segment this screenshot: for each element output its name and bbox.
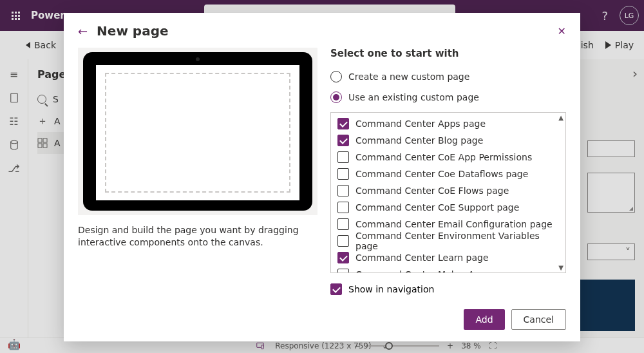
checkbox-icon <box>337 151 349 163</box>
show-in-navigation-checkbox[interactable]: Show in navigation <box>330 283 566 295</box>
list-item[interactable]: Command Center CoE Flows page <box>331 182 565 199</box>
radio-icon <box>330 91 342 103</box>
checkbox-icon <box>337 218 349 230</box>
checkbox-icon <box>337 252 349 263</box>
list-item[interactable]: Command Center Apps page <box>331 115 565 132</box>
list-item[interactable]: Command Center Maker Apps <box>331 266 565 272</box>
radio-create-new[interactable]: Create a new custom page <box>330 71 566 82</box>
radio-icon <box>330 71 342 82</box>
list-scroll-area[interactable]: Command Center Apps pageCommand Center B… <box>331 113 565 272</box>
list-item[interactable]: Command Center Coe Dataflows page <box>331 166 565 182</box>
page-preview <box>78 48 317 215</box>
list-item[interactable]: Command Center Blog page <box>331 132 565 149</box>
list-item-label: Command Center Coe Dataflows page <box>355 169 528 179</box>
list-item-label: Command Center CoE Flows page <box>355 186 509 196</box>
close-icon[interactable]: ✕ <box>558 25 566 37</box>
checkbox-icon <box>330 283 342 295</box>
checkbox-icon <box>337 235 349 247</box>
list-item-label: Command Center Maker Apps <box>355 269 491 272</box>
list-item[interactable]: Command Center Learn page <box>331 249 565 266</box>
cancel-button[interactable]: Cancel <box>511 309 566 330</box>
existing-pages-list: ▲ Command Center Apps pageCommand Center… <box>330 112 566 273</box>
checkbox-icon <box>337 135 349 146</box>
radio-use-existing[interactable]: Use an existing custom page <box>330 91 566 103</box>
checkbox-icon <box>337 185 349 196</box>
list-item[interactable]: Command Center CoE Support page <box>331 199 565 216</box>
checkbox-icon <box>337 269 349 272</box>
list-item-label: Command Center Email Configuration page <box>355 219 553 229</box>
new-page-dialog: ← New page ✕ Design and build the page y… <box>64 13 580 341</box>
list-item-label: Command Center CoE Support page <box>355 202 519 213</box>
dialog-title: New page <box>97 23 168 39</box>
list-item-label: Command Center Blog page <box>355 135 483 146</box>
show-in-navigation-label: Show in navigation <box>348 284 434 294</box>
checkbox-icon <box>337 168 349 180</box>
list-item[interactable]: Command Center CoE App Permissions <box>331 149 565 166</box>
checkbox-icon <box>337 118 349 129</box>
dialog-back-icon[interactable]: ← <box>78 24 88 38</box>
list-item-label: Command Center CoE App Permissions <box>355 152 532 162</box>
add-button[interactable]: Add <box>464 309 504 330</box>
list-item-label: Command Center Learn page <box>355 253 489 263</box>
radio-use-existing-label: Use an existing custom page <box>348 92 479 102</box>
list-item[interactable]: Command Center Environment Variables pag… <box>331 233 565 249</box>
dialog-description: Design and build the page you want by dr… <box>78 224 317 249</box>
list-item-label: Command Center Apps page <box>355 119 486 129</box>
checkbox-icon <box>337 202 349 213</box>
select-heading: Select one to start with <box>330 48 566 59</box>
list-item-label: Command Center Environment Variables pag… <box>355 231 559 251</box>
radio-create-new-label: Create a new custom page <box>348 72 469 82</box>
